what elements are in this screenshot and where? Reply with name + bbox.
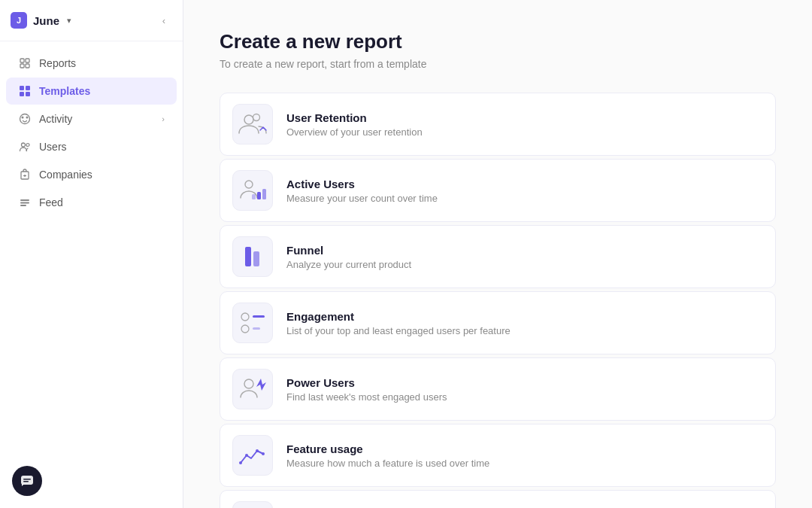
main-content: Create a new report To create a new repo… <box>183 0 812 508</box>
template-desc-user-retention: Overview of your user retention <box>286 126 423 138</box>
activity-icon <box>18 112 32 126</box>
svg-rect-16 <box>20 199 29 201</box>
svg-rect-25 <box>257 192 261 199</box>
companies-icon <box>18 168 32 181</box>
svg-rect-4 <box>20 86 24 90</box>
svg-point-37 <box>245 454 248 457</box>
sidebar-item-reports[interactable]: Reports <box>6 50 177 77</box>
svg-point-30 <box>241 313 249 321</box>
template-name-power-users: Power Users <box>286 376 447 389</box>
template-icon-user-retention <box>232 104 273 144</box>
sidebar-item-feed-label: Feed <box>39 196 63 208</box>
svg-point-34 <box>244 379 253 388</box>
svg-rect-19 <box>21 476 33 485</box>
brand-logo-icon: J <box>11 12 27 29</box>
feed-icon <box>18 196 32 209</box>
svg-rect-6 <box>20 92 24 96</box>
svg-rect-7 <box>26 92 30 96</box>
brand-chevron-icon: ▾ <box>67 16 71 26</box>
svg-point-9 <box>22 117 24 119</box>
template-icon-funnel <box>232 236 273 277</box>
template-name-engagement: Engagement <box>286 310 511 323</box>
template-name-active-users: Active Users <box>286 178 438 190</box>
template-icon-slipping-away <box>232 501 273 508</box>
svg-point-38 <box>256 449 259 452</box>
activity-chevron-icon: › <box>162 114 165 123</box>
sidebar-item-feed[interactable]: Feed <box>6 189 177 216</box>
svg-rect-32 <box>253 315 265 318</box>
template-icon-power-users <box>232 369 273 409</box>
svg-rect-29 <box>253 251 259 266</box>
svg-rect-33 <box>253 327 260 330</box>
brand-name: June <box>33 14 59 27</box>
page-title: Create a new report <box>220 30 776 53</box>
template-desc-engagement: List of your top and least engaged users… <box>286 325 511 336</box>
svg-point-23 <box>253 114 260 121</box>
sidebar-item-companies[interactable]: Companies <box>6 161 177 188</box>
svg-rect-1 <box>26 59 29 62</box>
collapse-sidebar-button[interactable]: ‹ <box>156 12 172 29</box>
template-icon-feature-usage <box>232 435 273 476</box>
svg-rect-2 <box>20 64 24 68</box>
svg-rect-20 <box>23 479 31 480</box>
sidebar-item-users-label: Users <box>39 141 67 153</box>
svg-point-36 <box>239 461 242 464</box>
template-item-slipping-away[interactable]: Slipping away Make sure you don't lose y… <box>220 490 776 508</box>
sidebar-footer <box>0 454 183 508</box>
svg-point-12 <box>26 144 29 147</box>
template-item-power-users[interactable]: Power Users Find last week's most engage… <box>220 357 776 421</box>
sidebar-item-reports-label: Reports <box>39 57 76 69</box>
sidebar-item-templates[interactable]: Templates <box>6 78 177 105</box>
svg-point-39 <box>262 452 265 455</box>
template-info-active-users: Active Users Measure your user count ove… <box>286 178 438 204</box>
template-list: User Retention Overview of your user ret… <box>220 93 776 508</box>
template-info-power-users: Power Users Find last week's most engage… <box>286 376 447 403</box>
template-item-active-users[interactable]: Active Users Measure your user count ove… <box>220 159 776 222</box>
reports-icon <box>18 56 32 70</box>
template-desc-power-users: Find last week's most engaged users <box>286 391 447 403</box>
sidebar-nav: Reports Templates <box>0 41 183 454</box>
svg-point-11 <box>22 143 26 147</box>
svg-point-8 <box>20 114 30 124</box>
template-name-user-retention: User Retention <box>286 111 423 124</box>
sidebar-item-templates-label: Templates <box>39 85 90 97</box>
users-icon <box>18 140 32 154</box>
sidebar: J June ▾ ‹ Reports <box>0 0 183 508</box>
svg-rect-5 <box>26 86 30 90</box>
sidebar-header: J June ▾ ‹ <box>0 0 183 41</box>
svg-point-24 <box>245 181 253 188</box>
template-desc-funnel: Analyze your current product <box>286 259 411 270</box>
sidebar-item-users[interactable]: Users <box>6 133 177 160</box>
chat-button[interactable] <box>12 466 42 496</box>
template-item-user-retention[interactable]: User Retention Overview of your user ret… <box>220 93 776 156</box>
svg-rect-3 <box>26 64 29 68</box>
template-desc-feature-usage: Measure how much a feature is used over … <box>286 458 489 469</box>
svg-point-31 <box>241 325 249 333</box>
templates-icon <box>18 84 32 98</box>
template-desc-active-users: Measure your user count over time <box>286 193 438 204</box>
svg-rect-18 <box>20 205 26 206</box>
svg-rect-17 <box>20 202 29 204</box>
svg-rect-21 <box>23 481 29 482</box>
template-info-user-retention: User Retention Overview of your user ret… <box>286 111 423 138</box>
template-item-feature-usage[interactable]: Feature usage Measure how much a feature… <box>220 424 776 487</box>
template-info-funnel: Funnel Analyze your current product <box>286 244 411 270</box>
template-name-feature-usage: Feature usage <box>286 443 489 455</box>
brand-logo-button[interactable]: J June ▾ <box>11 12 71 29</box>
svg-rect-27 <box>252 194 256 199</box>
svg-rect-0 <box>20 59 24 62</box>
svg-point-10 <box>26 117 29 119</box>
sidebar-item-activity-label: Activity <box>39 113 72 125</box>
sidebar-item-activity[interactable]: Activity › <box>6 105 177 132</box>
template-name-funnel: Funnel <box>286 244 411 257</box>
sidebar-item-companies-label: Companies <box>39 169 92 181</box>
svg-marker-35 <box>256 379 266 391</box>
svg-rect-28 <box>245 247 251 266</box>
page-subtitle: To create a new report, start from a tem… <box>220 58 776 70</box>
svg-rect-26 <box>262 189 266 199</box>
template-icon-active-users <box>232 170 273 211</box>
template-item-engagement[interactable]: Engagement List of your top and least en… <box>220 291 776 354</box>
template-icon-engagement <box>232 303 273 343</box>
template-item-funnel[interactable]: Funnel Analyze your current product <box>220 225 776 288</box>
template-info-feature-usage: Feature usage Measure how much a feature… <box>286 443 489 469</box>
